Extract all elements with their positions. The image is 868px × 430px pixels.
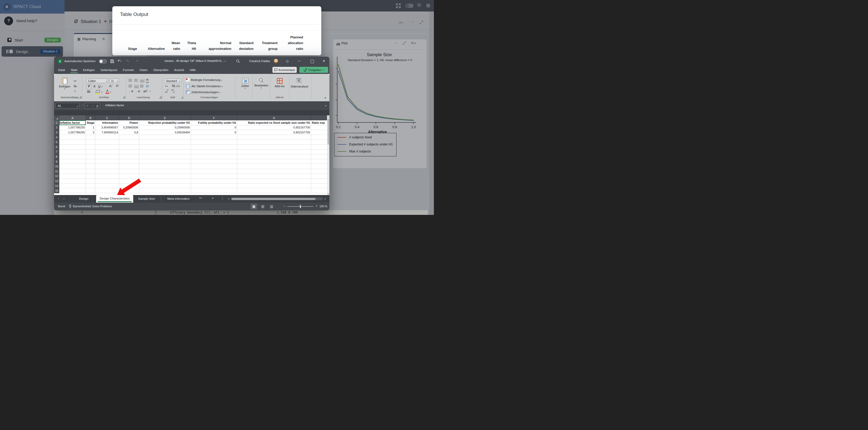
grid-cell[interactable] — [139, 140, 191, 145]
grid-cell[interactable] — [237, 178, 311, 184]
grid-cell[interactable] — [311, 130, 327, 135]
hscroll-left-icon[interactable]: ◂ — [228, 197, 229, 200]
cell-styles-button[interactable]: Zellenformatvorlagen ▾ — [186, 90, 220, 94]
grid-cell[interactable] — [59, 169, 86, 174]
grid-cell[interactable] — [119, 169, 139, 174]
grid-cell[interactable] — [119, 150, 139, 155]
font-dialog-launcher[interactable] — [123, 96, 125, 98]
grid-cell[interactable] — [119, 154, 139, 159]
hscroll-right-icon[interactable]: ▸ — [325, 197, 326, 200]
grid-cell[interactable] — [191, 145, 237, 150]
grid-cell[interactable] — [237, 145, 311, 150]
grid-cell[interactable]: 1,007786255 — [59, 130, 86, 135]
grid-cell[interactable] — [191, 159, 237, 164]
grid-cell[interactable] — [311, 159, 327, 164]
document-title[interactable]: means - IN design 'OF' kMax=2 thetaH0=0.… — [146, 59, 245, 62]
cells-button[interactable]: Zellen ▾ — [240, 78, 250, 90]
grid-cell[interactable] — [86, 150, 95, 155]
grid-cell[interactable] — [59, 154, 86, 159]
window-close[interactable]: ✕ — [322, 59, 326, 63]
view-normal-icon[interactable]: ▦ — [250, 203, 257, 209]
grid-cell[interactable] — [311, 154, 327, 159]
grid-cell[interactable] — [311, 145, 327, 150]
column-header[interactable]: A — [59, 115, 86, 120]
align-top-icon[interactable] — [128, 79, 132, 81]
grid-cell[interactable] — [139, 159, 191, 164]
italic-button[interactable]: K — [94, 85, 96, 88]
grid-cell[interactable] — [86, 188, 95, 193]
align-left-icon[interactable] — [128, 85, 132, 87]
grid-cell[interactable]: 2 — [86, 130, 95, 135]
menu-datei[interactable]: Datei — [55, 66, 68, 74]
font-color-icon[interactable]: A — [105, 89, 109, 94]
grid-cell[interactable] — [237, 174, 311, 179]
name-box-splitter[interactable]: ⋮ — [82, 103, 85, 107]
grid-cell[interactable] — [191, 150, 237, 155]
grid-cell[interactable] — [59, 145, 86, 150]
grid-cell[interactable] — [311, 164, 327, 169]
grid-cell[interactable] — [119, 140, 139, 145]
row-header[interactable]: 8 — [54, 154, 60, 159]
grid-cell[interactable] — [59, 188, 86, 193]
grid-cell[interactable]: 3,954996557 — [95, 125, 119, 130]
view-page-break-icon[interactable]: ▥ — [268, 203, 275, 209]
addins-button[interactable]: Add-Ins — [274, 78, 285, 88]
grid-cell[interactable] — [311, 178, 327, 184]
grid-cell[interactable] — [139, 154, 191, 159]
grid-cell[interactable]: Ratio expected vs fixed sample size unde… — [237, 120, 311, 125]
grid-cell[interactable]: 0,902167705 — [237, 125, 311, 130]
font-name-select[interactable]: Calibri▾ — [86, 78, 108, 83]
grid-cell[interactable] — [95, 145, 119, 150]
grid-cell[interactable] — [191, 140, 237, 145]
grid-cell[interactable]: Futility probability under H1 — [191, 120, 237, 125]
clipboard-dialog-launcher[interactable] — [79, 96, 82, 98]
zoom-level[interactable]: 100 % — [319, 205, 327, 208]
increase-indent-icon[interactable]: →≣ — [135, 90, 140, 93]
gem-icon[interactable]: ◇ — [286, 59, 289, 63]
accessibility-icon[interactable] — [68, 204, 72, 208]
grid-cell[interactable]: Rejection probability under H1 — [139, 120, 191, 125]
grid-cell[interactable]: Stage — [86, 120, 95, 125]
column-header[interactable]: D — [119, 115, 139, 120]
grid-cell[interactable] — [59, 150, 86, 155]
number-format-select[interactable]: Standard▾ — [164, 78, 181, 83]
grid-cell[interactable] — [86, 145, 95, 150]
sheet-tabs-more[interactable]: ••• — [199, 197, 202, 199]
status-accessibility[interactable]: Barrierefreiheit: Keine Probleme — [73, 205, 112, 208]
grid-cell[interactable] — [191, 169, 237, 174]
grid-cell[interactable] — [59, 135, 86, 140]
merge-center-icon[interactable]: ⊟ — [146, 84, 149, 88]
sheet-prev-icon[interactable]: ‹ — [58, 197, 59, 200]
grid-vertical-scrollbar[interactable]: ▲ ▼ — [327, 115, 330, 195]
grid-cell[interactable] — [311, 188, 327, 193]
orientation-icon[interactable]: abc↩ — [146, 78, 149, 84]
zoom-slider[interactable] — [287, 206, 313, 207]
row-header[interactable]: 7 — [54, 150, 60, 155]
grid-cell[interactable] — [119, 135, 139, 140]
menu-start[interactable]: Start — [68, 66, 80, 74]
menu-formeln[interactable]: Formeln — [120, 66, 136, 74]
column-header[interactable]: B — [86, 115, 95, 120]
comments-button[interactable]: Kommentare — [273, 67, 297, 73]
menu-ueberpruefen[interactable]: Überprüfen — [151, 66, 172, 74]
paste-button[interactable]: Einfügen ▾ — [59, 77, 71, 90]
grid-cell[interactable] — [95, 154, 119, 159]
grid-cell[interactable] — [139, 135, 191, 140]
grid-cell[interactable] — [191, 188, 237, 193]
formula-bar-collapse-icon[interactable]: ▾ — [325, 104, 327, 107]
decrease-decimal-icon[interactable]: ,00→,0 — [171, 89, 175, 93]
grid-cell[interactable]: 0 — [191, 125, 237, 130]
format-painter-icon[interactable]: ✎ — [74, 90, 76, 93]
grid-cell[interactable] — [237, 184, 311, 189]
redo-icon[interactable]: ↷▾ — [126, 59, 130, 63]
column-header[interactable]: C — [95, 115, 119, 120]
grid-cell[interactable] — [191, 135, 237, 140]
row-header[interactable]: 4 — [54, 135, 60, 140]
grid-cell[interactable] — [86, 178, 95, 184]
percent-format-icon[interactable]: % — [172, 84, 175, 88]
grid-cell[interactable]: 0,59039494 — [139, 130, 191, 135]
column-header[interactable]: G — [237, 115, 311, 120]
grid-cell[interactable] — [139, 188, 191, 193]
conditional-formatting-button[interactable]: Bedingte Formatierung ▾ — [186, 78, 222, 81]
grid-cell[interactable] — [59, 159, 86, 164]
